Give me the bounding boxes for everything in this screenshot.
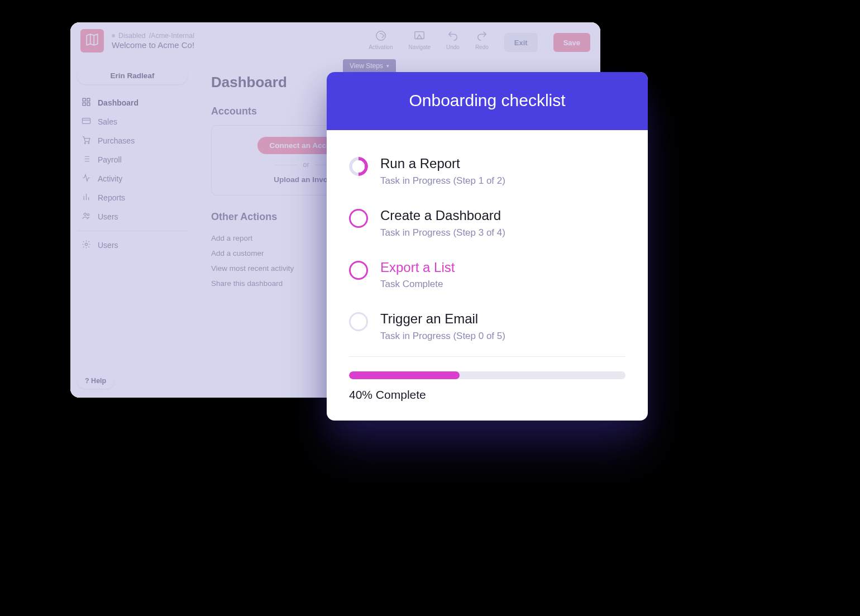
sidebar-item-label: Users xyxy=(98,212,118,221)
divider xyxy=(77,231,188,231)
navigate-icon xyxy=(413,30,426,43)
tool-redo[interactable]: Redo xyxy=(475,30,489,50)
chevron-down-icon: ▾ xyxy=(386,63,389,69)
app-logo[interactable] xyxy=(80,29,104,52)
task-subtitle: Task Complete xyxy=(380,279,455,290)
cart-icon xyxy=(82,135,91,146)
user-pill[interactable]: Erin Radleaf xyxy=(77,67,188,84)
tool-label: Navigate xyxy=(409,44,431,50)
status-dot-icon xyxy=(112,34,115,37)
checklist-task[interactable]: Create a Dashboard Task in Progress (Ste… xyxy=(349,199,625,251)
onboarding-checklist-card: Onboarding checklist Run a Report Task i… xyxy=(327,72,648,421)
tool-label: Redo xyxy=(475,44,489,50)
svg-rect-6 xyxy=(82,118,90,124)
tool-label: Activation xyxy=(369,44,393,50)
svg-rect-5 xyxy=(87,103,90,106)
progress-fill xyxy=(349,371,460,379)
task-subtitle: Task in Progress (Step 1 of 2) xyxy=(380,175,505,187)
sidebar-item-activity[interactable]: Activity xyxy=(77,169,188,188)
progress-bar xyxy=(349,371,625,379)
status-label: Disabled xyxy=(118,32,146,40)
tool-activation[interactable]: Activation xyxy=(369,30,393,50)
tool-label: Undo xyxy=(446,44,460,50)
checklist-task[interactable]: Export a List Task Complete xyxy=(349,251,625,303)
card-icon xyxy=(82,116,91,127)
grid-icon xyxy=(82,97,91,108)
tool-navigate[interactable]: Navigate xyxy=(409,30,431,50)
checklist-task[interactable]: Run a Report Task in Progress (Step 1 of… xyxy=(349,147,625,199)
progress-ring-icon xyxy=(349,312,368,331)
list-icon xyxy=(82,154,91,165)
sidebar-item-settings[interactable]: Users xyxy=(77,236,188,255)
sidebar-item-label: Dashboard xyxy=(98,98,138,107)
task-title: Run a Report xyxy=(380,156,505,172)
checklist-task[interactable]: Trigger an Email Task in Progress (Step … xyxy=(349,302,625,354)
progress-ring-icon xyxy=(349,261,368,280)
task-title: Create a Dashboard xyxy=(380,208,505,224)
exit-button[interactable]: Exit xyxy=(504,33,538,52)
svg-point-8 xyxy=(88,142,89,144)
svg-point-11 xyxy=(85,243,87,245)
crumb-path: /Acme-Internal xyxy=(149,32,194,40)
redo-icon xyxy=(476,30,488,43)
sidebar-item-users[interactable]: Users xyxy=(77,207,188,226)
page-title: Welcome to Acme Co! xyxy=(112,40,194,50)
save-button[interactable]: Save xyxy=(553,33,590,52)
sidebar-item-sales[interactable]: Sales xyxy=(77,112,188,131)
sidebar-item-label: Users xyxy=(98,241,118,250)
map-icon xyxy=(85,32,99,49)
activation-icon xyxy=(375,30,387,43)
checklist-title: Onboarding checklist xyxy=(327,72,648,130)
svg-point-7 xyxy=(84,142,85,144)
svg-rect-2 xyxy=(83,98,85,101)
users-icon xyxy=(82,211,91,222)
bar-chart-icon xyxy=(82,192,91,203)
svg-rect-3 xyxy=(87,98,90,101)
sidebar-item-reports[interactable]: Reports xyxy=(77,188,188,207)
help-button[interactable]: ? Help xyxy=(77,373,114,389)
svg-point-10 xyxy=(87,214,89,216)
task-subtitle: Task in Progress (Step 0 of 5) xyxy=(380,331,505,342)
progress-label: 40% Complete xyxy=(349,388,625,402)
divider xyxy=(349,356,625,357)
svg-rect-4 xyxy=(83,103,85,106)
sidebar-item-dashboard[interactable]: Dashboard xyxy=(77,93,188,112)
view-steps-label: View Steps xyxy=(350,62,383,70)
task-title: Trigger an Email xyxy=(380,311,505,327)
progress-ring-icon xyxy=(349,157,368,176)
sidebar-item-label: Purchases xyxy=(98,136,135,145)
breadcrumb: Disabled /Acme-Internal Welcome to Acme … xyxy=(112,32,194,50)
task-title: Export a List xyxy=(380,260,455,276)
progress-section: 40% Complete xyxy=(327,371,648,421)
sidebar: Erin Radleaf Dashboard Sales Purchases P… xyxy=(70,59,194,398)
undo-icon xyxy=(447,30,459,43)
activity-icon xyxy=(82,173,91,184)
tool-undo[interactable]: Undo xyxy=(446,30,460,50)
sidebar-item-label: Reports xyxy=(98,193,125,202)
progress-ring-icon xyxy=(349,209,368,228)
sidebar-item-payroll[interactable]: Payroll xyxy=(77,150,188,169)
sidebar-item-label: Sales xyxy=(98,117,117,126)
sidebar-item-purchases[interactable]: Purchases xyxy=(77,131,188,150)
sidebar-item-label: Payroll xyxy=(98,155,122,164)
task-subtitle: Task in Progress (Step 3 of 4) xyxy=(380,227,505,238)
svg-point-9 xyxy=(84,213,86,216)
editor-toolbar: Disabled /Acme-Internal Welcome to Acme … xyxy=(70,22,600,59)
sidebar-item-label: Activity xyxy=(98,174,122,183)
view-steps-tab[interactable]: View Steps ▾ xyxy=(343,59,396,73)
gear-icon xyxy=(82,240,91,251)
